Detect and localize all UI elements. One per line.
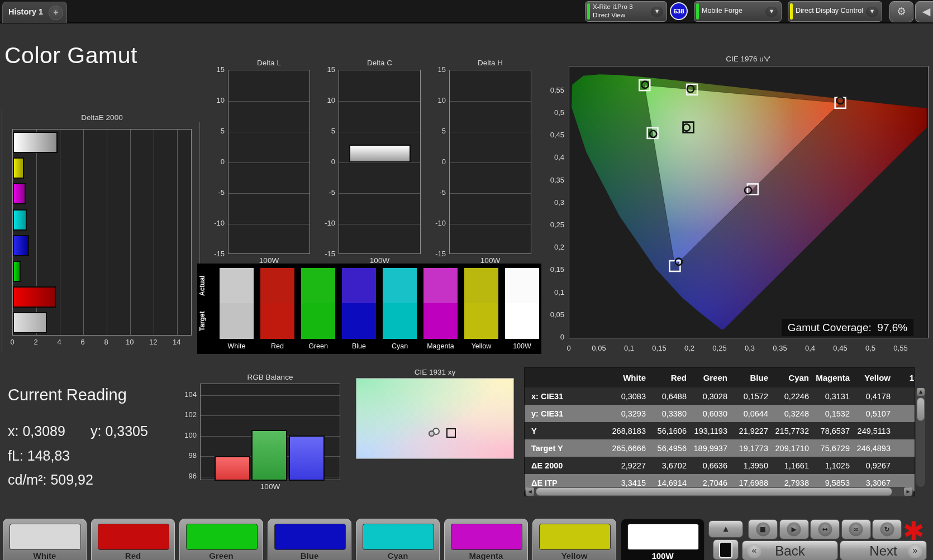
table-row-label: x: CIE31 bbox=[525, 392, 610, 401]
table-vertical-scrollbar[interactable]: ▲ bbox=[916, 387, 925, 487]
cie-y-tick: 0,4 bbox=[535, 153, 564, 161]
meter-count-badge: 638 bbox=[670, 2, 688, 20]
table-cell: 0,3380 bbox=[650, 409, 691, 418]
stop-button[interactable]: ■ bbox=[748, 519, 778, 539]
deltae-x-tick: 6 bbox=[76, 338, 89, 346]
table-cell: 209,1710 bbox=[773, 444, 813, 453]
deltae-gridline bbox=[177, 130, 178, 335]
table-cell: 0,1572 bbox=[732, 392, 773, 401]
cie-x-tick: 0,4 bbox=[797, 344, 823, 352]
pattern-button-red[interactable]: Red bbox=[91, 519, 175, 560]
rgb-balance-chart-title: RGB Balance bbox=[200, 373, 340, 381]
vertical-scroll-thumb[interactable] bbox=[917, 398, 925, 421]
back-label: Back bbox=[742, 543, 837, 559]
delta-y-tick: 15 bbox=[315, 65, 335, 74]
table-cell: 0,3293 bbox=[610, 409, 650, 418]
pattern-button-cyan[interactable]: Cyan bbox=[356, 519, 440, 560]
chevron-down-icon: ▼ bbox=[765, 7, 778, 17]
swatch-column-white: White bbox=[220, 264, 254, 354]
page-title: Color Gamut bbox=[4, 42, 137, 69]
deltae-bar-green bbox=[13, 261, 21, 282]
repeat-icon: ↻ bbox=[880, 523, 894, 537]
pattern-button-white[interactable]: White bbox=[3, 519, 87, 560]
delta-y-tick: 0 bbox=[204, 157, 225, 166]
rgb-y-tick: 100 bbox=[178, 431, 197, 439]
rgb-y-tick: 98 bbox=[178, 451, 197, 460]
pattern-window-button[interactable] bbox=[713, 539, 739, 560]
back-button[interactable]: « Back bbox=[742, 540, 838, 560]
swatch-label: Blue bbox=[339, 342, 379, 350]
scroll-left-button[interactable]: ◀ bbox=[526, 487, 534, 496]
deltae-x-tick: 12 bbox=[146, 338, 160, 346]
delta-y-tick: 15 bbox=[426, 65, 446, 74]
scroll-right-button[interactable]: ▶ bbox=[904, 487, 912, 496]
deltae-gridline bbox=[154, 130, 154, 335]
swatch-100w-actual bbox=[505, 268, 539, 303]
pattern-size-button[interactable]: ↔ bbox=[810, 519, 840, 539]
swatch-column-magenta: Magenta bbox=[423, 264, 458, 354]
table-cell: 265,6666 bbox=[610, 444, 650, 453]
display-control-dropdown[interactable]: Direct Display Control ▼ bbox=[788, 1, 882, 22]
table-cell: 17,6988 bbox=[732, 478, 773, 487]
cie-y-tick: 0,05 bbox=[535, 310, 564, 319]
pattern-level-up-button[interactable]: ▲ bbox=[708, 520, 743, 538]
layout-divider bbox=[199, 122, 200, 264]
pattern-swatch-yellow bbox=[539, 524, 611, 550]
table-cell: 78,6537 bbox=[813, 427, 854, 435]
reading-cdm2: cd/m²: 509,92 bbox=[8, 472, 93, 488]
stop-icon: ■ bbox=[756, 523, 770, 537]
scroll-up-button[interactable]: ▲ bbox=[917, 388, 925, 396]
table-cell: 0,6636 bbox=[691, 461, 732, 470]
table-row-label: ΔE ITP bbox=[525, 478, 610, 487]
swatch-label: Red bbox=[257, 342, 298, 350]
table-column-header-magenta: Magenta bbox=[813, 373, 854, 382]
meter-dropdown[interactable]: X-Rite i1Pro 3Direct View ▼ bbox=[585, 1, 667, 22]
deltae-bar-white bbox=[13, 312, 47, 333]
table-cell: 1,3950 bbox=[732, 461, 773, 470]
settings-button[interactable]: ⚙ bbox=[889, 1, 913, 22]
pattern-button-magenta[interactable]: Magenta bbox=[444, 519, 528, 560]
cie1931-chart-title: CIE 1931 xy bbox=[356, 368, 514, 376]
table-cell: 0,4178 bbox=[854, 392, 895, 401]
tab-history-1[interactable]: History 1 + bbox=[2, 2, 67, 23]
swatch-red-target bbox=[260, 303, 294, 339]
pattern-source-dropdown[interactable]: Mobile Forge ▼ bbox=[694, 1, 782, 22]
deltae-bar-yellow bbox=[13, 157, 24, 179]
pattern-button-blue[interactable]: Blue bbox=[268, 519, 351, 560]
repeat-button[interactable]: ↻ bbox=[872, 519, 902, 539]
delta-bar bbox=[349, 145, 411, 162]
swatch-white-actual bbox=[220, 268, 254, 303]
cie-y-tick: 0 bbox=[535, 333, 564, 341]
swatch-column-100w: 100W bbox=[505, 264, 539, 354]
cie-x-tick: 0,55 bbox=[887, 344, 914, 352]
deltae-bar-cyan bbox=[13, 209, 27, 231]
swatch-label: Magenta bbox=[420, 342, 461, 350]
rgb-balance-chart bbox=[200, 384, 340, 480]
swatch-label: Yellow bbox=[461, 342, 502, 350]
play-button[interactable]: ▶ bbox=[779, 519, 809, 539]
table-cell: 0,6488 bbox=[650, 392, 691, 401]
pattern-button-100w[interactable]: 100W bbox=[621, 519, 704, 560]
cie-y-tick: 0,35 bbox=[535, 176, 564, 184]
table-column-header-cyan: Cyan bbox=[773, 373, 813, 382]
table-cell: 1,1661 bbox=[773, 461, 813, 470]
table-cell: 50 bbox=[895, 427, 915, 435]
cie1931-measured-marker bbox=[429, 430, 435, 437]
pattern-swatch-100w bbox=[627, 524, 699, 550]
table-cell: 2,9227 bbox=[610, 461, 650, 470]
horizontal-scroll-thumb[interactable] bbox=[536, 487, 892, 496]
deltae-bar-blue bbox=[13, 235, 29, 256]
continuous-button[interactable]: ∞ bbox=[841, 519, 871, 539]
table-cell: 3,3415 bbox=[610, 478, 650, 487]
swatch-label: White bbox=[216, 342, 257, 350]
cie1931-chart bbox=[356, 378, 514, 459]
table-cell: 193,1193 bbox=[691, 427, 732, 435]
table-horizontal-scrollbar[interactable]: ◀ ▶ bbox=[525, 487, 913, 496]
collapse-panel-button[interactable]: ◀ bbox=[915, 1, 933, 22]
add-tab-button[interactable]: + bbox=[49, 6, 63, 20]
reading-fl: fL: 148,83 bbox=[8, 448, 70, 464]
meter-name: X-Rite i1Pro 3 bbox=[593, 3, 633, 10]
pattern-button-green[interactable]: Green bbox=[179, 519, 263, 560]
pattern-button-yellow[interactable]: Yellow bbox=[532, 519, 616, 560]
chevron-down-icon: ▼ bbox=[866, 7, 878, 17]
